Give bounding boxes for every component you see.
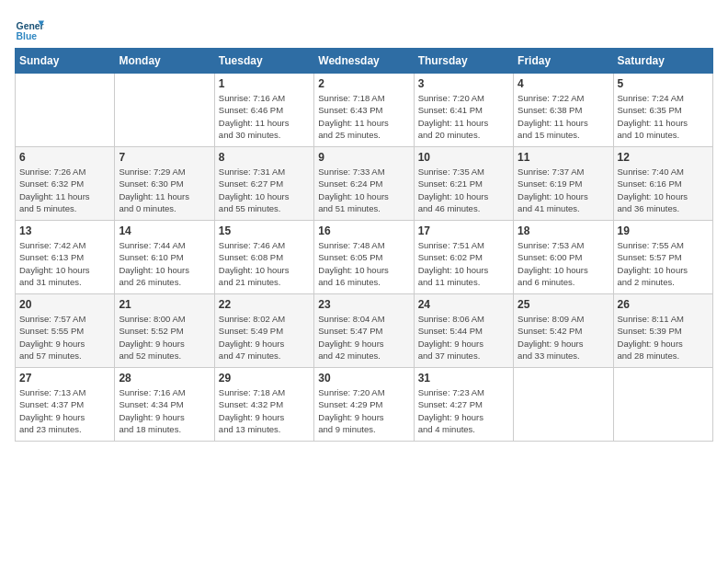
day-number: 7 — [119, 151, 210, 164]
day-info: Sunrise: 7:48 AM Sunset: 6:05 PM Dayligh… — [318, 239, 409, 288]
day-cell — [115, 74, 214, 147]
day-cell: 28Sunrise: 7:16 AM Sunset: 4:34 PM Dayli… — [115, 368, 214, 442]
day-info: Sunrise: 8:11 AM Sunset: 5:39 PM Dayligh… — [618, 313, 709, 362]
day-cell: 24Sunrise: 8:06 AM Sunset: 5:44 PM Dayli… — [414, 294, 513, 368]
day-cell: 18Sunrise: 7:53 AM Sunset: 6:00 PM Dayli… — [514, 221, 613, 294]
day-header-wednesday: Wednesday — [314, 49, 414, 74]
day-header-tuesday: Tuesday — [214, 49, 313, 74]
day-header-friday: Friday — [514, 49, 613, 74]
logo: General Blue — [15, 15, 46, 44]
page-header: General Blue — [15, 15, 713, 44]
day-info: Sunrise: 7:16 AM Sunset: 6:46 PM Dayligh… — [219, 92, 310, 141]
week-row-4: 20Sunrise: 7:57 AM Sunset: 5:55 PM Dayli… — [16, 294, 713, 368]
day-info: Sunrise: 7:31 AM Sunset: 6:27 PM Dayligh… — [219, 166, 310, 214]
day-cell: 6Sunrise: 7:26 AM Sunset: 6:32 PM Daylig… — [16, 147, 115, 221]
day-cell: 7Sunrise: 7:29 AM Sunset: 6:30 PM Daylig… — [115, 147, 214, 221]
day-header-thursday: Thursday — [414, 49, 513, 74]
day-number: 31 — [418, 372, 509, 385]
day-info: Sunrise: 7:20 AM Sunset: 6:41 PM Dayligh… — [418, 92, 509, 141]
calendar-header: SundayMondayTuesdayWednesdayThursdayFrid… — [16, 49, 713, 74]
day-cell: 13Sunrise: 7:42 AM Sunset: 6:13 PM Dayli… — [16, 221, 115, 294]
day-info: Sunrise: 7:22 AM Sunset: 6:38 PM Dayligh… — [518, 92, 609, 141]
day-number: 23 — [318, 298, 409, 311]
day-number: 27 — [19, 372, 110, 385]
day-info: Sunrise: 7:37 AM Sunset: 6:19 PM Dayligh… — [518, 166, 609, 214]
day-cell: 26Sunrise: 8:11 AM Sunset: 5:39 PM Dayli… — [613, 294, 712, 368]
day-number: 14 — [119, 224, 210, 237]
day-header-saturday: Saturday — [613, 49, 712, 74]
day-cell: 8Sunrise: 7:31 AM Sunset: 6:27 PM Daylig… — [214, 147, 313, 221]
calendar-table: SundayMondayTuesdayWednesdayThursdayFrid… — [15, 48, 713, 442]
day-number: 28 — [119, 372, 210, 385]
day-info: Sunrise: 7:55 AM Sunset: 5:57 PM Dayligh… — [618, 239, 709, 288]
day-info: Sunrise: 8:06 AM Sunset: 5:44 PM Dayligh… — [418, 313, 509, 362]
day-number: 21 — [119, 298, 210, 311]
day-header-sunday: Sunday — [16, 49, 115, 74]
day-number: 16 — [318, 224, 409, 237]
day-cell: 12Sunrise: 7:40 AM Sunset: 6:16 PM Dayli… — [613, 147, 712, 221]
day-info: Sunrise: 7:53 AM Sunset: 6:00 PM Dayligh… — [518, 239, 609, 288]
day-info: Sunrise: 7:23 AM Sunset: 4:27 PM Dayligh… — [418, 386, 509, 435]
day-number: 17 — [418, 224, 509, 237]
day-number: 4 — [518, 77, 609, 90]
day-cell: 10Sunrise: 7:35 AM Sunset: 6:21 PM Dayli… — [414, 147, 513, 221]
day-cell: 1Sunrise: 7:16 AM Sunset: 6:46 PM Daylig… — [214, 74, 313, 147]
day-cell: 20Sunrise: 7:57 AM Sunset: 5:55 PM Dayli… — [16, 294, 115, 368]
svg-text:Blue: Blue — [17, 31, 38, 41]
day-cell: 2Sunrise: 7:18 AM Sunset: 6:43 PM Daylig… — [314, 74, 414, 147]
day-cell: 5Sunrise: 7:24 AM Sunset: 6:35 PM Daylig… — [613, 74, 712, 147]
day-info: Sunrise: 7:35 AM Sunset: 6:21 PM Dayligh… — [418, 166, 509, 214]
day-number: 18 — [518, 224, 609, 237]
day-number: 25 — [518, 298, 609, 311]
day-info: Sunrise: 7:40 AM Sunset: 6:16 PM Dayligh… — [618, 166, 709, 214]
day-cell: 16Sunrise: 7:48 AM Sunset: 6:05 PM Dayli… — [314, 221, 414, 294]
day-number: 26 — [618, 298, 709, 311]
day-info: Sunrise: 7:51 AM Sunset: 6:02 PM Dayligh… — [418, 239, 509, 288]
day-number: 3 — [418, 77, 509, 90]
calendar-body: 1Sunrise: 7:16 AM Sunset: 6:46 PM Daylig… — [16, 74, 713, 442]
day-cell: 17Sunrise: 7:51 AM Sunset: 6:02 PM Dayli… — [414, 221, 513, 294]
day-cell: 15Sunrise: 7:46 AM Sunset: 6:08 PM Dayli… — [214, 221, 313, 294]
day-number: 6 — [19, 151, 110, 164]
day-cell: 19Sunrise: 7:55 AM Sunset: 5:57 PM Dayli… — [613, 221, 712, 294]
day-cell — [613, 368, 712, 442]
day-cell: 30Sunrise: 7:20 AM Sunset: 4:29 PM Dayli… — [314, 368, 414, 442]
day-info: Sunrise: 7:26 AM Sunset: 6:32 PM Dayligh… — [19, 166, 110, 214]
week-row-3: 13Sunrise: 7:42 AM Sunset: 6:13 PM Dayli… — [16, 221, 713, 294]
day-cell: 22Sunrise: 8:02 AM Sunset: 5:49 PM Dayli… — [214, 294, 313, 368]
day-header-monday: Monday — [115, 49, 214, 74]
day-info: Sunrise: 7:16 AM Sunset: 4:34 PM Dayligh… — [119, 386, 210, 435]
day-number: 29 — [219, 372, 310, 385]
day-number: 22 — [219, 298, 310, 311]
week-row-2: 6Sunrise: 7:26 AM Sunset: 6:32 PM Daylig… — [16, 147, 713, 221]
day-cell: 31Sunrise: 7:23 AM Sunset: 4:27 PM Dayli… — [414, 368, 513, 442]
day-number: 13 — [19, 224, 110, 237]
day-cell: 14Sunrise: 7:44 AM Sunset: 6:10 PM Dayli… — [115, 221, 214, 294]
day-number: 9 — [318, 151, 409, 164]
day-cell — [514, 368, 613, 442]
day-number: 12 — [618, 151, 709, 164]
day-cell: 23Sunrise: 8:04 AM Sunset: 5:47 PM Dayli… — [314, 294, 414, 368]
day-number: 5 — [618, 77, 709, 90]
day-cell: 27Sunrise: 7:13 AM Sunset: 4:37 PM Dayli… — [16, 368, 115, 442]
day-number: 1 — [219, 77, 310, 90]
day-info: Sunrise: 7:42 AM Sunset: 6:13 PM Dayligh… — [19, 239, 110, 288]
day-cell: 29Sunrise: 7:18 AM Sunset: 4:32 PM Dayli… — [214, 368, 313, 442]
day-info: Sunrise: 8:00 AM Sunset: 5:52 PM Dayligh… — [119, 313, 210, 362]
day-info: Sunrise: 7:18 AM Sunset: 6:43 PM Dayligh… — [318, 92, 409, 141]
day-info: Sunrise: 7:20 AM Sunset: 4:29 PM Dayligh… — [318, 386, 409, 435]
day-info: Sunrise: 8:02 AM Sunset: 5:49 PM Dayligh… — [219, 313, 310, 362]
day-cell: 25Sunrise: 8:09 AM Sunset: 5:42 PM Dayli… — [514, 294, 613, 368]
day-number: 15 — [219, 224, 310, 237]
day-number: 19 — [618, 224, 709, 237]
day-info: Sunrise: 7:13 AM Sunset: 4:37 PM Dayligh… — [19, 386, 110, 435]
day-number: 30 — [318, 372, 409, 385]
day-info: Sunrise: 8:04 AM Sunset: 5:47 PM Dayligh… — [318, 313, 409, 362]
logo-icon: General Blue — [15, 15, 44, 44]
day-info: Sunrise: 7:57 AM Sunset: 5:55 PM Dayligh… — [19, 313, 110, 362]
day-info: Sunrise: 7:46 AM Sunset: 6:08 PM Dayligh… — [219, 239, 310, 288]
day-number: 2 — [318, 77, 409, 90]
day-info: Sunrise: 7:24 AM Sunset: 6:35 PM Dayligh… — [618, 92, 709, 141]
week-row-1: 1Sunrise: 7:16 AM Sunset: 6:46 PM Daylig… — [16, 74, 713, 147]
day-cell: 3Sunrise: 7:20 AM Sunset: 6:41 PM Daylig… — [414, 74, 513, 147]
